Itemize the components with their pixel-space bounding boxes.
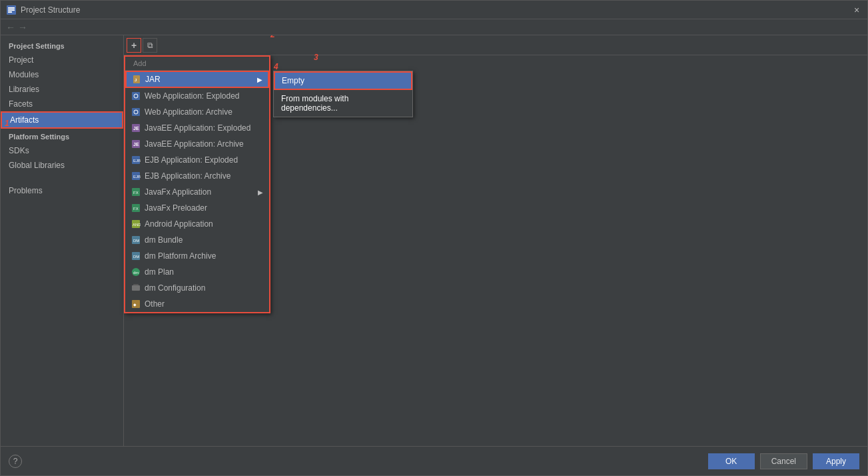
sidebar-item-libraries[interactable]: Libraries [1, 82, 123, 97]
dropdown-container: Add J JAR ▶ [124, 55, 270, 313]
sidebar-item-problems[interactable]: Problems [1, 183, 123, 198]
svg-text:FX: FX [133, 207, 139, 211]
sidebar: Project Settings Project Modules Librari… [1, 35, 124, 446]
menu-item-ejb-exploded[interactable]: EJB EJB Application: Exploded [125, 152, 269, 168]
submenu-item-from-modules[interactable]: From modules with dependencies... [274, 90, 412, 117]
add-menu: Add J JAR ▶ [124, 55, 270, 313]
android-icon: AND [131, 219, 141, 229]
svg-text:AND: AND [133, 223, 141, 227]
title-bar-left: Project Structure [6, 5, 80, 15]
menu-item-web-archive[interactable]: Web Application: Archive [125, 104, 269, 120]
svg-rect-1 [8, 7, 15, 9]
other-icon: ◆ [131, 299, 141, 309]
step-1-badge: 1 [5, 119, 9, 128]
javaee-archive-icon: JE [131, 139, 141, 149]
cancel-button[interactable]: Cancel [760, 453, 807, 469]
javaee-exploded-icon: JE [131, 123, 141, 133]
menu-item-android[interactable]: AND Android Application [125, 216, 269, 232]
help-button[interactable]: ? [9, 455, 22, 468]
svg-text:EJB: EJB [133, 175, 141, 179]
menu-item-jar[interactable]: J JAR ▶ 4 Empty [125, 71, 269, 88]
svg-rect-30 [132, 285, 140, 291]
platform-settings-section: Platform Settings [1, 129, 123, 143]
sidebar-item-global-libraries[interactable]: Global Libraries [1, 158, 123, 173]
menu-item-javaee-exploded-label: JavaEE Application: Exploded [145, 123, 250, 133]
project-structure-dialog: Project Structure × ← → Project Settings… [0, 0, 868, 476]
sidebar-item-modules[interactable]: Modules [1, 67, 123, 82]
right-panel: + ⧉ 2 3 Add J [124, 35, 867, 446]
title-bar: Project Structure × [1, 1, 867, 19]
svg-rect-3 [8, 11, 12, 13]
main-content: Project Settings Project Modules Librari… [1, 35, 867, 446]
menu-item-javaee-archive-label: JavaEE Application: Archive [145, 139, 244, 149]
menu-item-javaee-archive[interactable]: JE JavaEE Application: Archive [125, 136, 269, 152]
menu-item-dm-bundle[interactable]: DM dm Bundle [125, 232, 269, 248]
dm-config-icon [131, 283, 141, 293]
svg-rect-6 [132, 92, 140, 100]
menu-item-android-label: Android Application [145, 219, 213, 229]
javafx-preloader-icon: FX [131, 203, 141, 213]
bottom-right: OK Cancel Apply [708, 453, 859, 469]
menu-item-javafx-preloader[interactable]: FX JavaFx Preloader [125, 200, 269, 216]
copy-button[interactable]: ⧉ [143, 38, 157, 53]
menu-item-jar-label: JAR [145, 75, 161, 84]
menu-item-dm-bundle-label: dm Bundle [145, 235, 183, 245]
menu-item-dm-config-label: dm Configuration [145, 283, 205, 293]
submenu-empty-label: Empty [282, 76, 304, 85]
javafx-submenu-arrow: ▶ [258, 189, 263, 196]
menu-item-dm-config[interactable]: dm Configuration [125, 280, 269, 296]
menu-item-javafx-preloader-label: JavaFx Preloader [145, 203, 207, 213]
dm-platform-icon: DM [131, 251, 141, 261]
apply-button[interactable]: Apply [813, 453, 859, 469]
svg-text:DM: DM [133, 239, 139, 243]
sidebar-item-artifacts[interactable]: Artifacts [1, 111, 123, 129]
web-exploded-icon [131, 91, 141, 101]
menu-item-web-archive-label: Web Application: Archive [145, 107, 232, 117]
svg-text:dm: dm [133, 271, 139, 275]
dialog-icon [6, 5, 17, 15]
svg-text:JE: JE [133, 142, 139, 147]
svg-text:FX: FX [133, 191, 139, 195]
forward-button[interactable]: → [18, 22, 27, 33]
sidebar-item-facets[interactable]: Facets [1, 97, 123, 111]
back-button[interactable]: ← [6, 22, 15, 33]
web-archive-icon [131, 107, 141, 117]
javafx-icon: FX [131, 187, 141, 197]
sidebar-item-sdks[interactable]: SDKs [1, 143, 123, 158]
svg-rect-8 [132, 108, 140, 116]
menu-item-dm-platform[interactable]: DM dm Platform Archive [125, 248, 269, 264]
menu-item-dm-plan[interactable]: dm dm Plan [125, 264, 269, 280]
svg-text:J: J [135, 78, 137, 82]
svg-text:◆: ◆ [133, 303, 137, 307]
ok-button[interactable]: OK [708, 453, 755, 469]
menu-item-other-label: Other [145, 299, 165, 309]
svg-text:JE: JE [133, 126, 139, 131]
jar-submenu-arrow: ▶ [257, 76, 262, 83]
add-button[interactable]: + [127, 38, 141, 53]
menu-item-javafx[interactable]: FX JavaFx Application ▶ [125, 184, 269, 200]
submenu-item-empty[interactable]: Empty [274, 71, 412, 90]
ejb-exploded-icon: EJB [131, 155, 141, 165]
svg-text:EJB: EJB [133, 159, 141, 163]
sidebar-item-project[interactable]: Project [1, 53, 123, 67]
menu-item-other[interactable]: ◆ Other [125, 296, 269, 312]
menu-item-web-exploded-label: Web Application: Exploded [145, 91, 240, 101]
bottom-bar: ? OK Cancel Apply [1, 446, 867, 475]
project-settings-section: Project Settings [1, 38, 123, 53]
menu-item-ejb-exploded-label: EJB Application: Exploded [145, 155, 238, 165]
bottom-left: ? [9, 455, 22, 468]
dialog-title: Project Structure [21, 5, 80, 15]
svg-text:DM: DM [133, 255, 139, 259]
menu-item-web-exploded[interactable]: Web Application: Exploded [125, 88, 269, 104]
svg-rect-31 [133, 284, 139, 285]
nav-bar: ← → [1, 19, 867, 35]
jar-icon: J [132, 75, 141, 84]
menu-item-ejb-archive-label: EJB Application: Archive [145, 171, 230, 181]
dm-bundle-icon: DM [131, 235, 141, 245]
menu-item-javaee-exploded[interactable]: JE JavaEE Application: Exploded [125, 120, 269, 136]
menu-item-ejb-archive[interactable]: EJB EJB Application: Archive [125, 168, 269, 184]
close-button[interactable]: × [851, 5, 862, 15]
panel-toolbar: + ⧉ 2 3 [124, 35, 867, 55]
svg-rect-2 [8, 9, 15, 11]
submenu-from-modules-label: From modules with dependencies... [281, 94, 405, 113]
